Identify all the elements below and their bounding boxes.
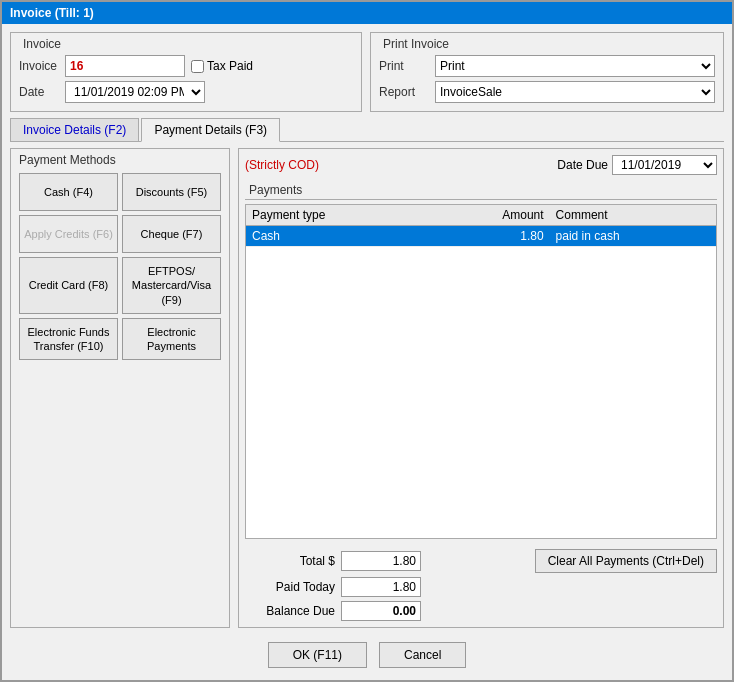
apply-credits-button[interactable]: Apply Credits (F6) — [19, 215, 118, 253]
paid-today-row: Paid Today — [245, 577, 717, 597]
balance-due-label: Balance Due — [245, 604, 335, 618]
cash-button[interactable]: Cash (F4) — [19, 173, 118, 211]
payments-label: Payments — [245, 181, 717, 200]
eftpos-button[interactable]: EFTPOS/ Mastercard/Visa (F9) — [122, 257, 221, 314]
payment-methods-box: Payment Methods Cash (F4) Discounts (F5)… — [10, 148, 230, 628]
totals-section: Total $ Clear All Payments (Ctrl+Del) Pa… — [245, 549, 717, 621]
ok-button[interactable]: OK (F11) — [268, 642, 367, 668]
invoice-number-input[interactable] — [65, 55, 185, 77]
date-due-label: Date Due — [557, 158, 608, 172]
payment-methods-grid: Cash (F4) Discounts (F5) Apply Credits (… — [19, 173, 221, 360]
print-label: Print — [379, 59, 429, 73]
credit-card-button[interactable]: Credit Card (F8) — [19, 257, 118, 314]
details-area: (Strictly COD) Date Due 11/01/2019 Payme… — [238, 148, 724, 628]
invoice-number-label: Invoice — [19, 59, 59, 73]
paid-today-label: Paid Today — [245, 580, 335, 594]
payments-table: Payment type Amount Comment Cash 1.80 — [246, 205, 716, 247]
cheque-button[interactable]: Cheque (F7) — [122, 215, 221, 253]
date-input[interactable]: 11/01/2019 02:09 PM — [65, 81, 205, 103]
payment-methods-label: Payment Methods — [19, 153, 221, 167]
cancel-button[interactable]: Cancel — [379, 642, 466, 668]
tab-invoice-details[interactable]: Invoice Details (F2) — [10, 118, 139, 141]
balance-due-row: Balance Due — [245, 601, 717, 621]
report-label: Report — [379, 85, 429, 99]
tab-payment-details[interactable]: Payment Details (F3) — [141, 118, 280, 142]
print-invoice-group-label: Print Invoice — [379, 37, 715, 51]
total-label: Total $ — [245, 554, 335, 568]
total-row: Total $ Clear All Payments (Ctrl+Del) — [245, 549, 717, 573]
invoice-group: Invoice Invoice Tax Paid Date 11/01/2019… — [10, 32, 362, 112]
date-due-select[interactable]: 11/01/2019 — [612, 155, 717, 175]
clear-all-payments-button[interactable]: Clear All Payments (Ctrl+Del) — [535, 549, 717, 573]
report-select[interactable]: InvoiceSale InvoiceReceipt — [435, 81, 715, 103]
invoice-group-label: Invoice — [19, 37, 353, 51]
details-header: (Strictly COD) Date Due 11/01/2019 — [245, 155, 717, 175]
discounts-button[interactable]: Discounts (F5) — [122, 173, 221, 211]
electronic-payments-button[interactable]: Electronic Payments — [122, 318, 221, 361]
col-comment: Comment — [550, 205, 716, 226]
table-row[interactable]: Cash 1.80 paid in cash — [246, 226, 716, 247]
total-value — [341, 551, 421, 571]
paid-today-value — [341, 577, 421, 597]
eft-button[interactable]: Electronic Funds Transfer (F10) — [19, 318, 118, 361]
print-select[interactable]: Print Email Fax — [435, 55, 715, 77]
payment-type-cell: Cash — [246, 226, 433, 247]
col-payment-type: Payment type — [246, 205, 433, 226]
amount-cell: 1.80 — [433, 226, 550, 247]
tax-paid-label: Tax Paid — [207, 59, 253, 73]
payments-section: Payment type Amount Comment Cash 1.80 — [245, 204, 717, 539]
footer-buttons: OK (F11) Cancel — [10, 634, 724, 672]
print-invoice-group: Print Invoice Print Print Email Fax Repo… — [370, 32, 724, 112]
title-bar: Invoice (Till: 1) — [2, 2, 732, 24]
window-title: Invoice (Till: 1) — [10, 6, 94, 20]
balance-due-value — [341, 601, 421, 621]
strictly-cod: (Strictly COD) — [245, 158, 319, 172]
col-amount: Amount — [433, 205, 550, 226]
date-label: Date — [19, 85, 59, 99]
main-window: Invoice (Till: 1) Invoice Invoice Tax Pa… — [0, 0, 734, 682]
tabs-row: Invoice Details (F2) Payment Details (F3… — [10, 118, 724, 142]
tax-paid-checkbox[interactable] — [191, 60, 204, 73]
comment-cell: paid in cash — [550, 226, 716, 247]
